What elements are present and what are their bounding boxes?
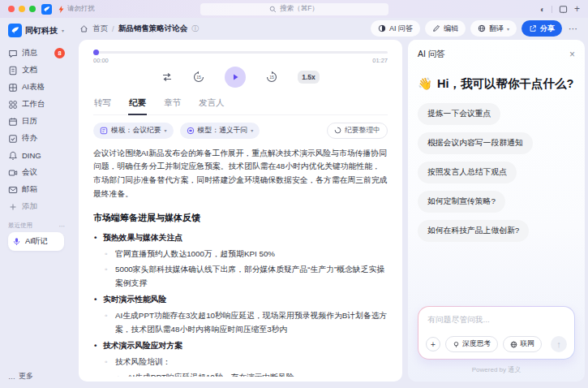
ai-qa-label: AI 问答: [389, 24, 413, 34]
more-dots-icon: …: [8, 373, 15, 381]
search-icon: [269, 6, 277, 13]
sidebar-item-docs[interactable]: 文档: [8, 62, 67, 79]
sidebar-item-label: 文档: [22, 65, 37, 75]
main-area: 首页 / 新品销售策略讨论会 ⓘ AI 问答 编辑 翻译 ▾: [71, 18, 588, 388]
suggestion-chip[interactable]: 如何在科技产品上做创新?: [418, 220, 529, 242]
sidebar-item-workbench[interactable]: 工作台: [8, 96, 67, 113]
document-icon: [8, 66, 18, 75]
chevron-down-icon: ▾: [251, 127, 253, 133]
summary-toolbar: 模板：会议纪要 ▾ 模型：通义千问 ▾ 纪要整理中: [93, 123, 388, 139]
close-window-button[interactable]: [8, 6, 15, 12]
sidebar: 同钉科技 ▾ 消息 8 文档 AI表格 工作台 日历 待办: [0, 18, 71, 388]
ai-qa-button[interactable]: AI 问答: [371, 20, 420, 37]
tab-chapters[interactable]: 章节: [163, 95, 182, 114]
audio-progress-handle[interactable]: [93, 50, 99, 55]
loading-spinner-icon: [334, 127, 341, 134]
share-button[interactable]: 分享: [521, 20, 562, 37]
ai-greeting: 👋 Hi，我可以帮你干点什么?: [418, 76, 575, 92]
attach-button[interactable]: +: [426, 337, 440, 351]
suggestion-chip[interactable]: 提炼一下会议重点: [418, 103, 500, 125]
do-not-disturb-status[interactable]: 请勿打扰: [58, 4, 95, 14]
deep-think-label: 深度思考: [462, 339, 491, 349]
sidebar-item-ai-table[interactable]: AI表格: [8, 79, 67, 96]
sidebar-item-ding[interactable]: DING: [8, 147, 67, 164]
deep-think-toggle[interactable]: 深度思考: [445, 336, 498, 352]
web-search-toggle[interactable]: 联网: [503, 336, 542, 352]
breadcrumb-home[interactable]: 首页: [92, 24, 108, 34]
meeting-notes-card: 00:00 01:27 15 15 1.5x 转写: [79, 40, 402, 382]
header-more-button[interactable]: ⋯: [567, 24, 580, 34]
plus-icon: [8, 202, 18, 212]
arrow-up-icon: ↑: [556, 339, 561, 349]
svg-text:15: 15: [196, 75, 201, 80]
web-search-label: 联网: [520, 339, 534, 349]
dingtalk-app-icon: [41, 4, 52, 15]
sidebar-item-add[interactable]: 添加: [8, 198, 67, 215]
sidebar-more[interactable]: … 更多: [8, 371, 67, 382]
sidebar-item-label: 会议: [22, 167, 37, 178]
sidebar-item-ai-notes[interactable]: AI听记: [8, 232, 64, 251]
recent-section-header: 最近使用 ⋯: [8, 222, 65, 230]
globe-icon: [510, 341, 517, 348]
play-button[interactable]: [225, 67, 246, 88]
summary-intro: 会议讨论围绕AI新品发布会的筹备工作展开，重点解决技术演示风险与市场传播协同问题…: [93, 147, 388, 201]
more-label: 更多: [19, 371, 33, 382]
new-window-icon[interactable]: [559, 5, 568, 14]
current-time: 00:00: [93, 57, 109, 64]
app-body: 同钉科技 ▾ 消息 8 文档 AI表格 工作台 日历 待办: [0, 18, 588, 388]
sidebar-item-todo[interactable]: 待办: [8, 130, 67, 147]
global-search-input[interactable]: 搜索（⌘F）: [200, 3, 388, 15]
sidebar-item-messages[interactable]: 消息 8: [8, 45, 67, 62]
notes-tabs: 转写 纪要 章节 发言人: [93, 95, 388, 115]
send-button[interactable]: ↑: [551, 336, 567, 352]
sidebar-item-meeting[interactable]: 会议: [8, 164, 67, 181]
info-icon[interactable]: ⓘ: [191, 24, 199, 34]
track-order-icon[interactable]: [161, 71, 173, 83]
sidebar-item-label: AI表格: [22, 82, 45, 93]
bullet-item: 技术演示风险应对方案: [93, 339, 388, 353]
org-logo: [8, 24, 22, 37]
theme-toggle-icon[interactable]: ◐: [540, 5, 545, 14]
sidebar-item-calendar[interactable]: 日历: [8, 113, 67, 130]
template-selector[interactable]: 模板：会议纪要 ▾: [93, 123, 174, 139]
forward-15-icon[interactable]: 15: [265, 71, 278, 84]
tab-transcript[interactable]: 转写: [93, 95, 112, 114]
bullet-item: 实时演示性能风险: [93, 293, 388, 307]
suggestion-chip[interactable]: 按照发言人总结下观点: [418, 162, 517, 183]
maximize-window-button[interactable]: [29, 6, 36, 12]
tab-speakers[interactable]: 发言人: [198, 95, 225, 114]
translate-button[interactable]: 翻译 ▾: [470, 20, 517, 37]
ai-qa-panel: AI 问答 × 👋 Hi，我可以帮你干点什么? 提炼一下会议重点 根据会议内容写…: [408, 40, 585, 382]
minimize-window-button[interactable]: [19, 6, 25, 12]
microphone-icon: [12, 237, 21, 246]
window-controls[interactable]: [8, 6, 36, 12]
tab-summary[interactable]: 纪要: [128, 95, 147, 115]
org-switcher[interactable]: 同钉科技 ▾: [8, 24, 67, 37]
edit-button[interactable]: 编辑: [425, 20, 466, 37]
sidebar-item-label: AI听记: [25, 236, 48, 247]
ai-question-input[interactable]: 有问题尽管问我...: [427, 315, 567, 325]
chat-icon: [8, 49, 18, 58]
suggestion-chip[interactable]: 如何定制宣传策略?: [418, 191, 505, 213]
chevron-down-icon: ▾: [165, 127, 167, 133]
audio-progress-bar[interactable]: [93, 51, 388, 54]
translate-label: 翻译: [489, 24, 504, 34]
home-icon[interactable]: [79, 24, 88, 33]
sidebar-item-label: DING: [22, 151, 41, 160]
playback-speed-button[interactable]: 1.5x: [298, 71, 320, 84]
section-heading: 市场端筹备进展与媒体反馈: [93, 210, 388, 226]
close-icon[interactable]: ×: [569, 49, 575, 60]
greeting-text: Hi，我可以帮你干点什么?: [437, 76, 573, 92]
sidebar-item-mail[interactable]: 邮箱: [8, 181, 67, 198]
sidebar-item-label: 添加: [22, 201, 37, 212]
deep-think-icon: [453, 341, 460, 348]
calendar-icon: [8, 117, 18, 127]
suggestion-chip[interactable]: 根据会议内容写一段群通知: [418, 132, 533, 154]
bullet-item: 官网直播预约人数达1000万，超预期KPI 50%: [93, 248, 388, 261]
section-more-icon[interactable]: ⋯: [59, 222, 66, 230]
sidebar-item-label: 工作台: [22, 99, 45, 110]
new-tab-icon[interactable]: +: [574, 3, 580, 15]
rewind-15-icon[interactable]: 15: [192, 71, 205, 84]
chevron-down-icon: ▾: [62, 28, 64, 33]
model-selector[interactable]: 模型：通义千问 ▾: [180, 123, 260, 139]
